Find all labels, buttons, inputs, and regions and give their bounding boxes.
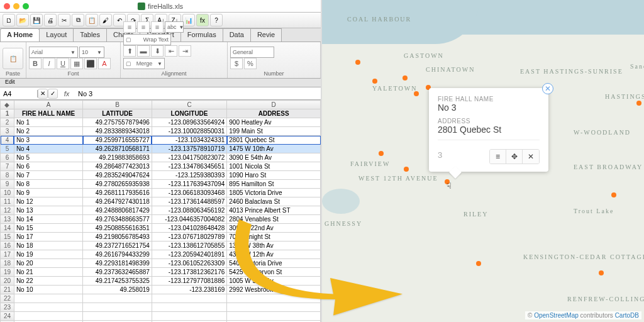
cell[interactable]: 1805 Victoria Drive — [227, 189, 321, 197]
cell[interactable]: No 22 — [14, 277, 82, 286]
cell[interactable]: No 20 — [14, 259, 82, 268]
cell[interactable] — [14, 312, 82, 321]
row-header[interactable]: 9 — [1, 180, 14, 189]
cell[interactable]: 1001 Nicola St — [227, 162, 321, 171]
cell[interactable]: No 9 — [14, 189, 82, 197]
cell[interactable]: 49.2373632465887 — [83, 268, 152, 277]
spreadsheet-grid[interactable]: ◆ABCD 1FIRE HALL NAMELATITUDELONGITUDEAD… — [0, 100, 321, 322]
cell[interactable]: 1005 W 59th Av — [227, 277, 321, 286]
percent-button[interactable]: % — [244, 58, 257, 69]
cell[interactable]: -123.076718029789 — [152, 233, 226, 242]
font-color-button[interactable]: A — [98, 58, 111, 69]
map-marker[interactable] — [611, 192, 616, 197]
popup-close-button[interactable]: ✕ — [542, 83, 553, 94]
table-row[interactable]: 7No 649.2864877423013-123.13478634565110… — [1, 162, 321, 171]
row-header[interactable]: 17 — [1, 250, 14, 259]
cell[interactable]: No 8 — [14, 180, 82, 189]
row-header[interactable]: 8 — [1, 171, 14, 180]
column-header[interactable]: D — [227, 101, 321, 109]
cell[interactable]: 199 Main St — [227, 127, 321, 136]
cell[interactable]: 2804 Venables St — [227, 215, 321, 224]
cell[interactable]: No 19 — [14, 250, 82, 259]
row-header[interactable]: 5 — [1, 145, 14, 153]
cell[interactable]: No 6 — [14, 162, 82, 171]
ribbon-tab-data[interactable]: Data — [223, 28, 251, 42]
cell[interactable]: -123.127977081886 — [152, 277, 226, 286]
cell[interactable] — [227, 294, 321, 303]
row-header[interactable]: 1 — [1, 109, 14, 118]
cell-reference-box[interactable]: A4 — [0, 90, 38, 97]
row-header[interactable]: 22 — [1, 294, 14, 303]
cell[interactable]: -123.1034324331 — [152, 136, 226, 145]
cell[interactable]: 49.2293181498399 — [83, 259, 152, 268]
row-header[interactable]: 15 — [1, 233, 14, 242]
row-header[interactable]: 3 — [1, 127, 14, 136]
formula-cancel-button[interactable]: ✕ — [38, 89, 48, 99]
cell[interactable]: No 21 — [14, 268, 82, 277]
align-left-button[interactable]: ≡ — [123, 21, 136, 33]
table-row[interactable]: 6No 549.219883858693-123.041750823072309… — [1, 153, 321, 162]
cell[interactable]: -123.089633564924 — [152, 118, 226, 127]
map-marker[interactable] — [379, 151, 384, 156]
table-row[interactable]: 11No 1249.2647927430118-123.173614488597… — [1, 197, 321, 206]
cell[interactable]: 2801 Quebec St — [227, 136, 321, 145]
row-header[interactable]: 24 — [1, 312, 14, 321]
cell[interactable]: No 17 — [14, 233, 82, 242]
cell[interactable]: 4013 Prince Albert ST — [227, 206, 321, 215]
cell[interactable]: 2460 Balaclava St — [227, 197, 321, 206]
cell[interactable] — [83, 312, 152, 321]
row-header[interactable]: 13 — [1, 215, 14, 224]
number-format-select[interactable]: General — [230, 47, 274, 58]
bold-button[interactable]: B — [29, 58, 42, 69]
cell[interactable]: No 3 — [14, 136, 82, 145]
row-header[interactable]: 11 — [1, 197, 14, 206]
format-painter-button[interactable]: 🖌 — [99, 14, 112, 26]
cell[interactable]: 49.2628710568171 — [83, 145, 152, 153]
cell[interactable]: 49.2488806817429 — [83, 206, 152, 215]
cell[interactable]: No 10 — [14, 286, 82, 294]
table-row[interactable]: 13No 1449.2763488663577-123.044635700408… — [1, 215, 321, 224]
row-header[interactable]: 2 — [1, 118, 14, 127]
table-row[interactable]: 24 — [1, 312, 321, 321]
table-row[interactable]: 3No 249.2833889343018-123.10002885003119… — [1, 127, 321, 136]
table-row[interactable]: 8No 749.2835249047624-123.12593803931090… — [1, 171, 321, 180]
table-row[interactable]: 5No 449.2628710568171-123.13757891071914… — [1, 145, 321, 153]
cell[interactable]: 1375 W 38th Av — [227, 242, 321, 250]
map-marker[interactable] — [599, 270, 604, 275]
paste-dropdown[interactable]: 📋 — [3, 48, 23, 69]
map-marker[interactable] — [636, 101, 641, 106]
cell[interactable] — [227, 303, 321, 312]
cell[interactable]: 49.219883858693 — [83, 153, 152, 162]
row-header[interactable]: 21 — [1, 286, 14, 294]
cell[interactable]: 3090 E 54th Av — [227, 153, 321, 162]
orientation-button[interactable]: abc▼ — [165, 21, 184, 33]
cell[interactable]: No 13 — [14, 206, 82, 215]
table-row[interactable]: 10No 949.2681117935616-123.0661830934681… — [1, 189, 321, 197]
cell[interactable]: No 5 — [14, 153, 82, 162]
print-button[interactable]: 🖨 — [44, 14, 57, 26]
table-row[interactable]: 16No 1849.2372716521754-123.138612705855… — [1, 242, 321, 250]
cell[interactable]: No 1 — [14, 118, 82, 127]
cell[interactable]: No 15 — [14, 224, 82, 233]
cell[interactable] — [152, 303, 226, 312]
cell[interactable]: -123.238169 — [152, 286, 226, 294]
table-row[interactable]: 23 — [1, 303, 321, 312]
font-size-select[interactable]: 10▼ — [79, 47, 104, 58]
row-header[interactable]: 14 — [1, 224, 14, 233]
cell[interactable]: 5402 Victoria Drive — [227, 259, 321, 268]
cell[interactable] — [83, 303, 152, 312]
fill-color-button[interactable]: ⬛ — [84, 58, 97, 69]
font-name-select[interactable]: Arial▼ — [29, 47, 78, 58]
table-row[interactable]: 4No 349.2599716555727-123.10343243312801… — [1, 136, 321, 145]
italic-button[interactable]: I — [43, 58, 55, 69]
table-row[interactable]: 9No 849.2780265935938-123.11763943709489… — [1, 180, 321, 189]
table-row[interactable]: 21No 1049.258019-123.2381692992 Wesbrook… — [1, 286, 321, 294]
map-marker[interactable] — [355, 60, 360, 65]
osm-link[interactable]: OpenStreetMap — [534, 312, 579, 319]
new-file-button[interactable]: 🗋 — [3, 14, 15, 26]
table-row[interactable]: 19No 2149.2373632465887-123.173812362176… — [1, 268, 321, 277]
popup-list-button[interactable]: ≡ — [490, 150, 506, 164]
table-row[interactable]: 12No 1349.2488806817429-123.088063456192… — [1, 206, 321, 215]
wrap-text-button[interactable]: ▢Wrap Text — [123, 34, 171, 45]
formula-accept-button[interactable]: ✓ — [48, 89, 58, 99]
